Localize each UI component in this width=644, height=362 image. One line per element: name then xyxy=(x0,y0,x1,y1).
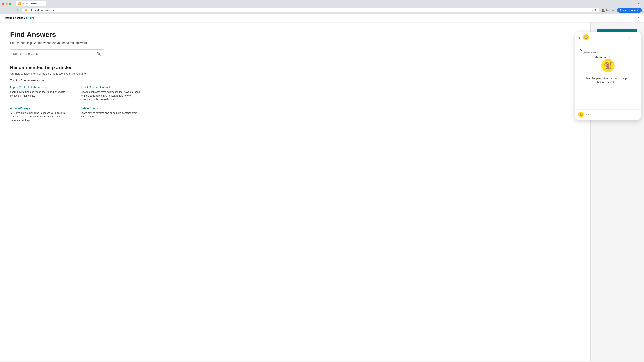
reload-btn[interactable]: ↻ xyxy=(16,7,21,13)
address-text: us21.admin.mailchimp.com xyxy=(29,9,590,11)
close-chrome-btn[interactable]: × xyxy=(638,2,639,5)
title-bar: × − + M Home | Mailchimp × + — ⬜ × xyxy=(0,0,644,6)
maximize-window-btn[interactable]: + xyxy=(9,2,11,5)
language-chevron-icon: ⌄ xyxy=(36,16,38,19)
new-tab-btn[interactable]: + xyxy=(46,2,51,6)
active-tab[interactable]: M Home | Mailchimp × xyxy=(16,1,46,6)
search-btn[interactable]: 🔍 xyxy=(97,52,101,56)
article-desc-3: API keys allow other apps to access your… xyxy=(10,111,70,122)
bookmark-icon[interactable]: ☆ xyxy=(591,9,593,11)
article-link-3[interactable]: About API Keys xyxy=(10,107,70,110)
article-link-2[interactable]: About Cleaned Contacts xyxy=(80,86,141,89)
ada-tooltip: ada-chat-frame xyxy=(593,55,610,59)
cursor-indicator: ↖ ada-chat-frame xyxy=(579,47,582,52)
recommended-section-title: Recommended help articles xyxy=(10,65,141,70)
address-bar[interactable]: 🔒 us21.admin.mailchimp.com ☆ ⊞ xyxy=(22,8,599,12)
tab-close-btn[interactable]: × xyxy=(40,2,43,5)
article-desc-4: Learn how to remove one or multiple cont… xyxy=(80,111,141,119)
chat-widget: ⋮ 🐒 — × ↖ ada-chat-frame 🐒 Mailchimp Ass… xyxy=(575,32,641,120)
restore-chrome-btn[interactable]: ⬜ xyxy=(632,2,636,5)
extensions-area: 🕵 Incognito Relaunch to update xyxy=(600,8,642,12)
recommendations-chevron-icon: ⌄ xyxy=(46,79,48,82)
page-title: Find Answers xyxy=(10,30,141,38)
chat-close-btn[interactable]: × xyxy=(633,35,638,40)
language-link[interactable]: English xyxy=(26,16,34,19)
mailchimp-avatar: 🐒 xyxy=(583,34,589,40)
article-desc-1: Learn how to use our import tool to add … xyxy=(10,90,70,97)
relaunch-btn[interactable]: Relaunch to update xyxy=(617,8,642,12)
typing-dot-1 xyxy=(586,114,587,115)
article-desc-2: Cleaned contacts have addresses that hav… xyxy=(80,90,141,101)
preferred-language-text: Preferred language: xyxy=(3,16,26,19)
chat-header-left: ⋮ 🐒 xyxy=(578,34,589,40)
back-btn[interactable]: ← xyxy=(2,7,8,13)
recommendations-toggle[interactable]: Your top 4 recommendations ⌄ xyxy=(10,79,141,82)
page-content: Preferred language: English ⌄ × Find Ans… xyxy=(0,14,644,361)
incognito-badge: 🕵 Incognito xyxy=(600,8,616,12)
article-item-2: About Cleaned Contacts Cleaned contacts … xyxy=(80,86,141,101)
recommendations-label: Your top 4 recommendations xyxy=(10,79,44,82)
article-link-4[interactable]: Delete Contacts xyxy=(80,107,141,110)
tab-title: Home | Mailchimp xyxy=(22,2,39,5)
language-banner: Preferred language: English ⌄ × xyxy=(0,14,644,22)
chat-header: ⋮ 🐒 — × xyxy=(575,32,641,42)
chat-menu-btn[interactable]: ⋮ xyxy=(578,35,581,39)
tab-favicon: M xyxy=(18,2,21,5)
lock-icon: 🔒 xyxy=(25,9,27,11)
chat-minimize-btn[interactable]: — xyxy=(626,35,632,40)
cursor-icon: ↖ xyxy=(579,47,582,52)
forward-btn[interactable]: → xyxy=(9,7,14,13)
close-window-btn[interactable]: × xyxy=(2,2,4,5)
pip-icon[interactable]: ⊞ xyxy=(594,9,596,11)
search-input[interactable] xyxy=(13,52,97,56)
typing-indicator xyxy=(586,114,589,115)
lang-close-btn[interactable]: × xyxy=(637,16,641,20)
recommended-subtitle: Our help articles offer step-by-step ins… xyxy=(10,72,141,75)
ada-chat-frame-label: ada-chat-frame xyxy=(582,51,598,54)
nav-bar: ← → ↻ 🔒 us21.admin.mailchimp.com ☆ ⊞ 🕵 I… xyxy=(0,6,644,14)
chat-footer: 🐒 xyxy=(575,109,641,120)
incognito-label: Incognito xyxy=(606,9,614,11)
chat-body: ↖ ada-chat-frame 🐒 Mailchimp Assistant, … xyxy=(575,42,641,109)
article-item-1: Import Contacts to Mailchimp Learn how t… xyxy=(10,86,70,101)
chat-intro-text: Mailchimp Assistant, our smart support b… xyxy=(584,76,632,84)
minimize-chrome-btn[interactable]: — xyxy=(628,2,631,5)
article-link-1[interactable]: Import Contacts to Mailchimp xyxy=(10,86,70,89)
help-subtitle: Search our Help Center whenever you need… xyxy=(10,41,141,45)
window-controls: × − + xyxy=(2,2,11,5)
search-bar[interactable]: 🔍 xyxy=(10,49,104,58)
chat-avatar-small: 🐒 xyxy=(578,112,584,118)
minimize-window-btn[interactable]: − xyxy=(5,2,8,5)
article-item-3: About API Keys API keys allow other apps… xyxy=(10,107,70,122)
tabs-row: M Home | Mailchimp × + xyxy=(14,1,53,6)
lang-text-area: Preferred language: English ⌄ xyxy=(3,16,38,19)
typing-dot-2 xyxy=(588,114,589,115)
help-main: Find Answers Search our Help Center when… xyxy=(0,22,151,129)
articles-grid: Import Contacts to Mailchimp Learn how t… xyxy=(10,86,141,122)
article-item-4: Delete Contacts Learn how to remove one … xyxy=(80,107,141,122)
browser-chrome: × − + M Home | Mailchimp × + — ⬜ × ← → ↻… xyxy=(0,0,644,14)
monkey-mascot: 🐒 xyxy=(601,59,615,72)
chat-header-actions: — × xyxy=(626,35,638,40)
